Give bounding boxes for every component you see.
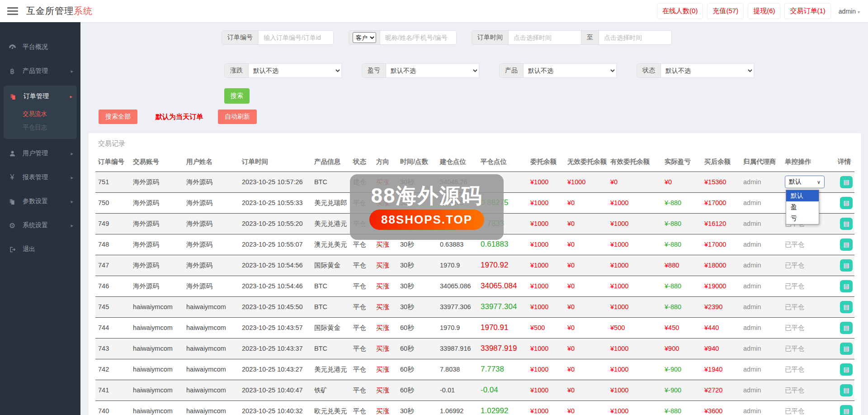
cell-direction: 买涨 (373, 401, 397, 415)
single-control-select[interactable]: 默认∨默认盈亏 (785, 176, 825, 188)
sidebar-item-user-management[interactable]: 用户管理 ▸ (0, 143, 80, 164)
sidebar-item-logout[interactable]: 退出 (0, 239, 80, 260)
cell-user-name: haiwaiymcom (184, 338, 239, 359)
column-header: 交易账号 (130, 153, 184, 172)
cell-invalid-entrust: ¥0 (565, 317, 608, 338)
cell-order-time: 2023-10-25 10:54:46 (239, 276, 311, 296)
trade-order-badge[interactable]: 交易订单(1) (784, 3, 830, 19)
order-time-end-input[interactable] (599, 31, 671, 44)
column-header: 平仓点位 (478, 153, 528, 172)
cell-direction: 买涨 (373, 255, 397, 276)
table-row: 741 haiwaiymcom haiwaiymcom 2023-10-25 1… (95, 380, 854, 401)
detail-button[interactable]: ▤ (840, 176, 853, 188)
cell-direction: 买涨 (373, 317, 397, 338)
customer-type-select[interactable]: 客户 (353, 32, 376, 43)
detail-button[interactable]: ▤ (840, 197, 853, 209)
filter-area: 订单编号 客户 订单时间 至 涨跌 默认不选 (80, 22, 868, 124)
status-select[interactable]: 默认不选 (661, 64, 754, 77)
table-row: 745 haiwaiymcom haiwaiymcom 2023-10-25 1… (95, 296, 854, 317)
cell-order-id: 748 (95, 234, 130, 255)
cell-user-name: haiwaiymcom (184, 359, 239, 380)
order-time-start-input[interactable] (509, 31, 581, 44)
detail-button[interactable]: ▤ (840, 405, 853, 415)
sidebar-item-platform-overview[interactable]: 平台概况 (0, 36, 80, 58)
cell-account: 海外源码 (130, 255, 184, 276)
detail-button[interactable]: ▤ (840, 218, 853, 230)
cell-close-point: -0.04 (478, 380, 528, 401)
sidebar-subitem-trade-flow[interactable]: 交易流水 (4, 107, 77, 121)
cell-close-point: 1970.91 (478, 317, 528, 338)
online-count-badge[interactable]: 在线人数(0) (657, 3, 703, 19)
cell-order-id: 741 (95, 380, 130, 401)
search-button[interactable]: 搜索 (224, 88, 250, 104)
sidebar-item-report-management[interactable]: ¥ 报表管理 ▸ (0, 167, 80, 188)
cell-entrust-balance: ¥1000 (528, 296, 565, 317)
cell-account: haiwaiymcom (130, 380, 184, 401)
auto-refresh-button[interactable]: 自动刷新 (218, 110, 257, 124)
single-control-option[interactable]: 亏 (786, 213, 819, 224)
cell-order-id: 746 (95, 276, 130, 296)
menu-toggle-icon[interactable] (7, 5, 18, 17)
cell-actual-profit: ¥-880 (662, 234, 702, 255)
watermark-overlay: 88海外源码 88SHOPS.TOP (350, 174, 504, 240)
cell-entrust-balance: ¥1000 (528, 255, 565, 276)
cell-valid-entrust: ¥1000 (608, 380, 662, 401)
cell-open-point: 1.06992 (437, 401, 478, 415)
detail-button[interactable]: ▤ (840, 322, 853, 334)
table-row: 744 haiwaiymcom haiwaiymcom 2023-10-25 1… (95, 317, 854, 338)
cell-after-balance: ¥18000 (702, 255, 741, 276)
cell-user-name: 海外源码 (184, 172, 239, 192)
single-control-option[interactable]: 默认 (786, 190, 819, 201)
sidebar-item-parameter-settings[interactable]: 参数设置 ▸ (0, 191, 80, 212)
cell-order-time: 2023-10-25 10:54:56 (239, 255, 311, 276)
cell-open-point: 1970.9 (437, 255, 478, 276)
detail-button[interactable]: ▤ (840, 363, 853, 376)
customer-input[interactable] (380, 31, 456, 44)
single-control-option[interactable]: 盈 (786, 201, 819, 213)
detail-button[interactable]: ▤ (840, 343, 853, 355)
cell-product: 欧元兑美元 (311, 401, 350, 415)
cell-status: 平仓 (350, 255, 373, 276)
cell-open-point: 33987.916 (437, 338, 478, 359)
cell-invalid-entrust: ¥0 (565, 234, 608, 255)
detail-button[interactable]: ▤ (840, 259, 853, 272)
detail-button[interactable]: ▤ (840, 301, 853, 313)
sidebar-item-order-management[interactable]: 订单管理 ▸ (4, 86, 77, 107)
status-filter: 状态 默认不选 (637, 63, 754, 78)
cell-product: BTC (311, 296, 350, 317)
product-label: 产品 (500, 64, 524, 77)
table-header-row: 订单编号交易账号用户姓名订单时间产品信息状态方向时间/点数建仓点位平仓点位委托余… (95, 153, 854, 172)
sidebar-item-system-settings[interactable]: ⚙ 系统设置 ▸ (0, 215, 80, 236)
rise-fall-select[interactable]: 默认不选 (249, 64, 341, 77)
single-control-options: 默认盈亏 (786, 190, 819, 224)
detail-button[interactable]: ▤ (840, 239, 853, 251)
search-all-button[interactable]: 搜索全部 (99, 110, 137, 124)
recharge-badge[interactable]: 充值(57) (707, 3, 744, 19)
detail-button[interactable]: ▤ (840, 384, 853, 396)
sidebar-item-product-management[interactable]: ฿ 产品管理 ▸ (0, 60, 80, 82)
product-select[interactable]: 默认不选 (524, 64, 616, 77)
detail-button[interactable]: ▤ (840, 280, 853, 292)
cell-detail: ▤ (831, 317, 854, 338)
cell-entrust-balance: ¥1000 (528, 276, 565, 296)
cell-status: 平仓 (350, 276, 373, 296)
cell-entrust-balance: ¥1000 (528, 338, 565, 359)
cell-agent: admin (741, 296, 782, 317)
sidebar-subitem-close-log[interactable]: 平仓日志 (4, 121, 77, 134)
user-menu[interactable]: admin▾ (839, 8, 860, 15)
cell-account: haiwaiymcom (130, 401, 184, 415)
column-header: 单控操作 (782, 153, 831, 172)
cell-valid-entrust: ¥1000 (608, 234, 662, 255)
cell-single-control: 默认∨默认盈亏 (782, 172, 831, 192)
profit-loss-select[interactable]: 默认不选 (386, 64, 479, 77)
order-no-input[interactable] (259, 31, 333, 44)
cell-account: 海外源码 (130, 192, 184, 213)
cell-detail: ▤ (831, 276, 854, 296)
cell-invalid-entrust: ¥0 (565, 338, 608, 359)
withdraw-badge[interactable]: 提现(6) (748, 3, 780, 19)
order-no-filter: 订单编号 (222, 30, 334, 45)
cell-after-balance: ¥15360 (702, 172, 741, 192)
cell-open-point: 1970.9 (437, 317, 478, 338)
cell-direction: 买涨 (373, 338, 397, 359)
cell-duration: 30秒 (397, 401, 437, 415)
